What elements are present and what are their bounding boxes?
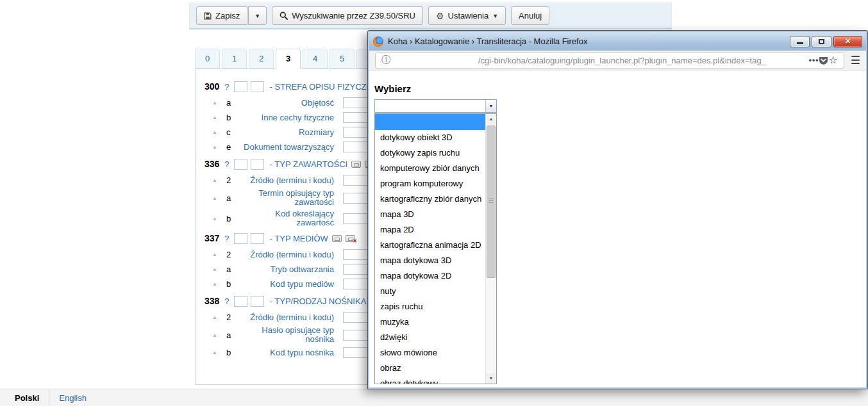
listbox-option[interactable]: [375, 114, 485, 130]
indicator-input[interactable]: [234, 81, 247, 92]
minimize-button[interactable]: [790, 36, 810, 47]
z3950-button-label: Wyszukiwanie przez Z39.50/SRU: [292, 11, 415, 20]
page-actions-icon[interactable]: •••: [809, 56, 819, 65]
subfield-code: e: [226, 142, 237, 152]
drag-handle-icon[interactable]: ▲: [212, 100, 220, 106]
indicator-input[interactable]: [234, 159, 247, 170]
indicator-input[interactable]: [234, 233, 247, 244]
field-help-link[interactable]: ?: [224, 159, 229, 169]
subfield-code: c: [226, 127, 237, 137]
listbox-option[interactable]: słowo mówione: [375, 345, 485, 361]
indicator-input[interactable]: [251, 81, 264, 92]
clone-field-icon[interactable]: [351, 161, 361, 168]
language-polski: Polski: [5, 389, 49, 406]
drag-handle-icon[interactable]: ▲: [212, 266, 220, 272]
scroll-down-icon[interactable]: ▼: [486, 373, 496, 384]
tab-5[interactable]: 5: [330, 49, 355, 69]
listbox-option[interactable]: dotykowy obiekt 3D: [375, 130, 485, 145]
subfield-label: Tryb odtwarzania: [238, 265, 334, 274]
field-help-link[interactable]: ?: [224, 296, 229, 306]
listbox-option[interactable]: program komputerowy: [375, 176, 485, 191]
settings-button-label: Ustawienia: [448, 11, 489, 20]
drag-handle-icon[interactable]: ▲: [212, 195, 220, 201]
clone-field-icon[interactable]: [332, 235, 342, 242]
listbox-option[interactable]: mapa dotykowa 3D: [375, 253, 485, 268]
subfield-code: b: [226, 279, 237, 289]
listbox-option[interactable]: mapa dotykowa 2D: [375, 268, 485, 284]
save-button[interactable]: Zapisz: [196, 6, 247, 25]
indicator-input[interactable]: [234, 296, 247, 307]
subfield-code: a: [226, 193, 237, 203]
save-button-label: Zapisz: [215, 11, 240, 20]
subfield-code: b: [226, 348, 237, 357]
url-input[interactable]: ⓘ /cgi-bin/koha/cataloguing/plugin_launc…: [375, 53, 844, 69]
scroll-grip-icon: [488, 200, 494, 201]
subfield-label: Źródło (terminu i kodu): [238, 313, 334, 322]
drag-handle-icon[interactable]: ▲: [212, 144, 220, 150]
restore-icon: [819, 39, 824, 44]
menu-hamburger-icon[interactable]: ☰: [851, 55, 860, 66]
listbox-option[interactable]: muzyka: [375, 314, 485, 330]
tab-0[interactable]: 0: [195, 49, 220, 69]
drag-handle-icon[interactable]: ▲: [212, 332, 220, 338]
subfield-code: a: [226, 264, 237, 274]
field-help-link[interactable]: ?: [224, 234, 229, 243]
listbox-option[interactable]: obraz dotykowy: [375, 376, 485, 384]
language-english-link[interactable]: English: [49, 389, 96, 406]
listbox-scrollbar[interactable]: ▲ ▼: [485, 114, 496, 384]
popup-titlebar[interactable]: Koha › Katalogowanie › Transliteracja - …: [369, 32, 866, 51]
subfield-label: Hasło opisujące typ nośnika: [238, 326, 334, 344]
listbox-option[interactable]: zapis ruchu: [375, 299, 485, 314]
subfield-code: b: [226, 214, 237, 223]
delete-field-icon[interactable]: [346, 235, 355, 242]
drag-handle-icon[interactable]: ▲: [212, 281, 220, 287]
cancel-button[interactable]: Anuluj: [511, 6, 549, 25]
value-select[interactable]: ▼: [374, 99, 497, 113]
indicator-input[interactable]: [251, 159, 264, 170]
listbox-option[interactable]: dotykowy zapis ruchu: [375, 145, 485, 161]
subfield-code: a: [226, 330, 237, 340]
subfield-label: Termin opisujący typ zawartości: [238, 189, 334, 207]
cancel-button-label: Anuluj: [519, 11, 542, 20]
z3950-search-button[interactable]: Wyszukiwanie przez Z39.50/SRU: [272, 6, 423, 25]
bookmark-star-icon[interactable]: ☆: [828, 55, 837, 65]
combo-dropdown-icon[interactable]: ▼: [485, 100, 496, 112]
field-help-link[interactable]: ?: [224, 82, 229, 92]
listbox-option[interactable]: komputerowy zbiór danych: [375, 161, 485, 176]
save-dropdown-button[interactable]: ▼: [248, 6, 267, 25]
url-fade: [780, 53, 809, 68]
listbox-option[interactable]: obraz: [375, 361, 485, 376]
drag-handle-icon[interactable]: ▲: [212, 115, 220, 120]
drag-handle-icon[interactable]: ▲: [212, 350, 220, 355]
tab-1[interactable]: 1: [222, 49, 247, 69]
drag-handle-icon[interactable]: ▲: [212, 129, 220, 135]
drag-handle-icon[interactable]: ▲: [212, 216, 220, 222]
listbox-option[interactable]: mapa 2D: [375, 222, 485, 238]
listbox-option[interactable]: kartograficzna animacja 2D: [375, 238, 485, 253]
drag-handle-icon[interactable]: ▲: [212, 252, 220, 257]
indicator-input[interactable]: [251, 296, 264, 307]
tab-3[interactable]: 3: [276, 49, 301, 69]
subfield-label: Źródło (terminu i kodu): [238, 250, 334, 259]
info-circle-icon[interactable]: ⓘ: [381, 54, 390, 66]
field-label: - TYP/RODZAJ NOŚNIKA: [270, 296, 367, 306]
magnifier-icon: [280, 12, 288, 20]
listbox-option[interactable]: kartograficzny zbiór danych: [375, 191, 485, 207]
listbox-option[interactable]: dźwięki: [375, 330, 485, 345]
drag-handle-icon[interactable]: ▲: [212, 314, 220, 320]
tab-4[interactable]: 4: [303, 49, 328, 69]
scroll-up-icon[interactable]: ▲: [486, 114, 496, 124]
listbox-option[interactable]: mapa 3D: [375, 207, 485, 222]
settings-button[interactable]: ⚙ Ustawienia ▼: [428, 6, 506, 25]
subfield-label: Rozmiary: [238, 128, 334, 137]
listbox-option[interactable]: nuty: [375, 284, 485, 299]
pocket-icon[interactable]: [819, 56, 828, 65]
subfield-label: Inne cechy fizyczne: [238, 113, 334, 122]
close-button[interactable]: ✕: [833, 36, 862, 47]
tab-2[interactable]: 2: [249, 49, 274, 69]
restore-button[interactable]: [812, 36, 831, 47]
scroll-thumb[interactable]: [487, 126, 496, 278]
indicator-input[interactable]: [251, 233, 264, 244]
drag-handle-icon[interactable]: ▲: [212, 177, 220, 183]
subfield-label: Źródło (terminu i kodu): [238, 176, 334, 185]
